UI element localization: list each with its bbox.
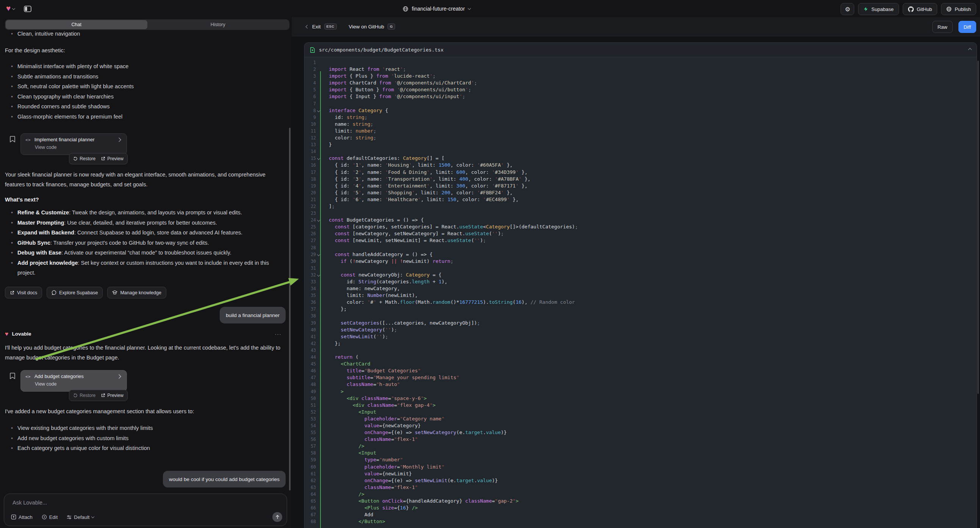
attach-button[interactable]: Attach [11,514,33,520]
bookmark-icon[interactable] [9,372,16,380]
settings-button[interactable]: ⚙ [841,3,854,15]
attach-image-icon [11,514,16,520]
project-name: financial-future-creator [412,6,465,12]
app-window: ♥ financial-future-creator ⚙ [0,0,980,528]
line-number: 2 [305,66,316,73]
design-bullet: Clean typography with clear hierarchies [11,92,276,102]
supabase-label: Supabase [871,6,894,12]
code-line: 26 const [newCategory, setNewCategory] =… [305,230,977,237]
view-code-link[interactable]: View code [35,145,122,150]
code-line: 20 { id: '5', name: 'Shopping', limit: 2… [305,189,977,196]
preview-button[interactable]: Preview [101,393,124,398]
user-message-add-categories: would be cool if you could add budget ca… [163,471,286,487]
file-path: src/components/budget/BudgetCategories.t… [319,47,444,52]
edit-card-implement-planner[interactable]: <> Implement financial planner View code [21,133,127,155]
code-line: 41 setNewLimit(''); [305,333,977,340]
restore-preview-bar: Restore Preview [69,390,128,401]
tab-history[interactable]: History [147,20,289,29]
code-editor[interactable]: 12import React from 'react';3import { Pl… [305,57,977,528]
restore-button[interactable]: Restore [73,156,95,161]
composer-input[interactable]: Ask Lovable... [13,499,47,506]
line-number: 6 [305,93,316,100]
sidebar-toggle-button[interactable] [23,5,33,13]
line-number: 61 [305,471,316,477]
arrow-up-icon [275,515,280,519]
edit-card-title: Add budget categories [35,374,84,379]
whats-next-item: Refine & Customize: Tweak the design, an… [11,208,285,218]
publish-button[interactable]: Publish [941,3,976,15]
exit-button[interactable]: Exit [312,24,321,30]
project-switcher[interactable]: financial-future-creator [402,3,471,14]
file-path-bar[interactable]: src/components/budget/BudgetCategories.t… [305,43,977,57]
edit-card-add-budget-categories[interactable]: <> Add budget categories View code [21,370,127,392]
code-line: 24const BudgetCategories = () => { [305,217,977,223]
code-line: 13} [305,141,977,148]
code-line: 52 <Input [305,409,977,415]
code-line: 14 [305,148,977,155]
message-more-menu[interactable]: ··· [275,331,282,337]
raw-toggle-button[interactable]: Raw [932,21,953,33]
chat-composer[interactable]: Ask Lovable... Attach Edit [4,493,287,526]
model-selector[interactable]: Default [67,514,94,520]
line-number: 11 [305,128,316,134]
line-number: 32 [305,272,316,278]
code-line: 64 /> [305,491,977,498]
whats-next-item: Add project knowledge: Set key context o… [11,258,285,278]
graduation-cap-icon [112,290,118,295]
view-on-github-link[interactable]: View on GitHub [349,24,385,30]
line-number: 59 [305,456,316,463]
code-line: 30 if (!newCategory || !newLimit) return… [305,258,977,265]
code-line: 37 }; [305,306,977,312]
code-line: 18 { id: '3', name: 'Transportation', li… [305,176,977,183]
g-kbd-badge: G [388,24,395,30]
line-number: 44 [305,354,316,361]
visit-docs-button[interactable]: Visit docs [5,287,42,299]
design-bullet: Subtle animations and transitions [11,72,276,82]
assistant-summary: Your sleek financial planner is now read… [5,170,272,189]
bookmark-icon[interactable] [9,135,16,143]
line-number: 54 [305,422,316,429]
restore-button[interactable]: Restore [73,393,95,398]
code-line: 54 value={newCategory} [305,422,977,429]
whats-next-item: Master Prompting: Use clear, detailed, a… [11,218,285,228]
lovable-logo-icon[interactable]: ♥ [6,4,11,12]
restore-preview-bar: Restore Preview [69,153,128,164]
view-code-link[interactable]: View code [35,382,122,387]
code-line: 35 limit: Number(newLimit), [305,292,977,299]
code-line: 51 <div className="flex gap-4"> [305,402,977,409]
github-icon [908,6,914,12]
code-scrollbar[interactable] [977,60,979,394]
send-button[interactable] [272,512,282,522]
code-line: 28 [305,244,977,251]
line-number: 55 [305,429,316,436]
explore-supabase-button[interactable]: Explore Supabase [46,287,103,299]
code-line: 63 className="flex-1" [305,484,977,491]
code-line: 39 setCategories([...categories, newCate… [305,320,977,326]
line-number: 22 [305,203,316,210]
collapse-chevron-up-icon[interactable] [968,48,972,52]
diff-toggle-button[interactable]: Diff [958,21,976,33]
code-line: 17 { id: '2', name: 'Food & Dining', lim… [305,169,977,176]
code-line: 19 { id: '4', name: 'Entertainment', lim… [305,183,977,189]
design-heading: For the design aesthetic: [5,46,65,56]
github-button[interactable]: GitHub [903,3,937,15]
tab-chat[interactable]: Chat [6,20,147,29]
line-number: 14 [305,148,316,155]
logo-chevron-down-icon[interactable] [12,6,15,10]
line-number: 39 [305,320,316,326]
gear-icon: ⚙ [845,6,850,13]
manage-knowledge-button[interactable]: Manage knowledge [107,287,166,299]
supabase-button[interactable]: Supabase [858,3,899,15]
edit-mode-button[interactable]: Edit [42,514,57,520]
code-line: 32 const newCategoryObj: Category = { [305,272,977,278]
chat-scrollbar[interactable] [289,128,291,490]
design-bullet: Soft, neutral color palette with light b… [11,81,276,92]
line-number: 53 [305,415,316,422]
preview-button[interactable]: Preview [101,156,124,161]
file-added-icon [310,47,315,53]
external-link-icon [101,156,105,161]
line-number: 42 [305,340,316,347]
code-line: 29 const handleAddCategory = () => { [305,251,977,258]
supabase-icon [863,6,868,12]
restore-icon [73,393,78,398]
